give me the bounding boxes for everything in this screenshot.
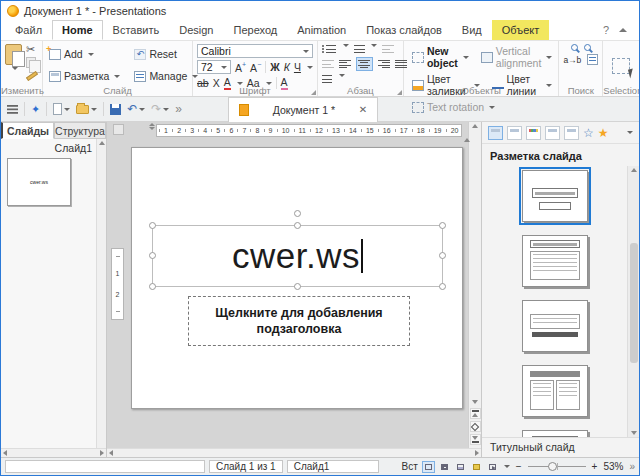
zoom-in-button[interactable]: + xyxy=(592,461,598,472)
zoom-out-button[interactable]: − xyxy=(516,461,522,472)
resize-handle-bottom-right[interactable] xyxy=(439,283,446,290)
layout-list-scrollbar[interactable] xyxy=(627,166,639,437)
tab-slides[interactable]: Слайды xyxy=(1,122,54,139)
resize-handle-top-center[interactable] xyxy=(294,222,301,229)
resize-handle-bottom-center[interactable] xyxy=(294,283,301,290)
zoom-level[interactable]: 53% xyxy=(603,461,623,472)
align-center-button[interactable] xyxy=(356,57,373,71)
slide-canvas[interactable]: cwer.ws Щелкните для добавления подзагол… xyxy=(131,147,463,409)
tab-file[interactable]: Файл xyxy=(5,20,52,40)
slideshow-view-button[interactable] xyxy=(486,461,499,473)
hand-tool-icon[interactable]: ✦ xyxy=(31,103,40,116)
title-textbox[interactable]: cwer.ws xyxy=(152,225,443,287)
previous-slide-button[interactable] xyxy=(470,408,481,419)
panel-dropdown-icon[interactable] xyxy=(627,131,633,134)
tab-transition[interactable]: Переход xyxy=(224,20,288,40)
tab-object[interactable]: Объект xyxy=(492,20,549,40)
bold-button[interactable]: Ж xyxy=(270,61,280,73)
rotation-handle[interactable] xyxy=(294,210,301,217)
underline-button[interactable]: Ч xyxy=(294,61,301,73)
layout-thumb-section-header[interactable] xyxy=(522,300,588,352)
vertical-alignment-button[interactable]: Vertical alignment xyxy=(479,44,555,70)
tab-slideshow[interactable]: Показ слайдов xyxy=(356,20,452,40)
resize-handle-mid-left[interactable] xyxy=(149,252,156,259)
canvas-hscrollbar[interactable] xyxy=(107,448,481,457)
reset-slide-button[interactable]: ↶ Reset xyxy=(132,47,200,61)
resize-handle-top-left[interactable] xyxy=(149,222,156,229)
line-spacing-button[interactable] xyxy=(322,74,345,84)
font-dialog-launcher-icon[interactable] xyxy=(311,90,316,95)
redo-button[interactable]: ↷ xyxy=(151,104,169,114)
resize-handle-mid-right[interactable] xyxy=(439,252,446,259)
tab-insert[interactable]: Вставить xyxy=(103,20,170,40)
indent-button[interactable] xyxy=(382,44,395,54)
paragraph-dialog-launcher-icon[interactable] xyxy=(397,90,402,95)
editor-canvas[interactable]: 1234567891011121314151617181920 1 2 xyxy=(107,122,468,448)
font-family-select[interactable]: Calibri xyxy=(197,44,313,58)
tab-animation[interactable]: Animation xyxy=(287,20,356,40)
insert-mode-indicator[interactable]: Вст xyxy=(401,461,417,472)
document-tab[interactable]: Документ 1 * ✕ xyxy=(228,97,378,122)
slides-panel-hscrollbar[interactable] xyxy=(1,448,106,457)
align-left-button[interactable] xyxy=(339,59,351,69)
favorites-star-icon[interactable]: ☆ xyxy=(583,127,594,139)
italic-button[interactable]: К xyxy=(284,61,290,73)
slideshow-dropdown-icon[interactable] xyxy=(504,465,510,468)
status-overflow-icon[interactable]: » xyxy=(629,461,635,472)
decrease-indent-button[interactable] xyxy=(322,59,334,69)
zoom-slider[interactable] xyxy=(528,466,586,467)
slides-panel-scrollbar[interactable] xyxy=(96,139,106,448)
slide1-thumbnail[interactable]: cwer.ws xyxy=(7,158,71,206)
undo-button[interactable]: ↶ xyxy=(127,104,145,114)
animation-pane-icon[interactable] xyxy=(545,126,560,140)
search-again-icon[interactable] xyxy=(584,44,591,51)
layout-pane-icon[interactable] xyxy=(488,126,503,140)
help-icon[interactable]: ? xyxy=(603,24,609,36)
normal-view-button[interactable] xyxy=(422,461,435,473)
tab-home[interactable]: Home xyxy=(52,20,103,40)
paste-dropdown-icon[interactable] xyxy=(12,67,18,70)
add-pane-icon[interactable] xyxy=(564,126,579,140)
align-right-button[interactable] xyxy=(378,59,390,69)
layout-thumb-title-slide[interactable] xyxy=(522,170,588,222)
save-button[interactable] xyxy=(110,104,121,115)
menu-icon[interactable] xyxy=(7,105,18,114)
grow-font-button[interactable]: A xyxy=(235,61,246,74)
cut-icon[interactable]: ✂ xyxy=(26,44,38,55)
add-slide-button[interactable]: Add xyxy=(47,47,122,61)
close-document-icon[interactable]: ✕ xyxy=(359,104,367,115)
format-painter-icon[interactable] xyxy=(26,71,38,81)
font-size-select[interactable]: 72 xyxy=(197,60,231,74)
collapse-ribbon-icon[interactable] xyxy=(619,28,627,32)
manage-slides-button[interactable]: Manage xyxy=(132,69,200,83)
goto-slide-icon[interactable] xyxy=(587,54,598,65)
layout-thumb-title-content[interactable] xyxy=(522,235,588,287)
resize-handle-top-right[interactable] xyxy=(439,222,446,229)
layout-thumb-two-content[interactable] xyxy=(522,365,588,417)
qat-overflow-icon[interactable]: » xyxy=(175,102,182,116)
browse-object-button[interactable] xyxy=(470,421,481,432)
new-object-button[interactable]: New object xyxy=(410,44,471,70)
layout-thumb-clipped[interactable] xyxy=(522,430,588,437)
bullets-button[interactable] xyxy=(322,44,349,54)
underline-dropdown-icon[interactable] xyxy=(307,66,313,69)
tab-design[interactable]: Design xyxy=(169,20,223,40)
title-text[interactable]: cwer.ws xyxy=(232,236,360,276)
slide-sorter-view-button[interactable] xyxy=(438,461,451,473)
shrink-font-button[interactable]: A xyxy=(250,61,261,74)
search-icon[interactable] xyxy=(571,44,578,51)
open-document-button[interactable] xyxy=(76,105,97,114)
slide-layout-button[interactable]: Разметка xyxy=(47,69,122,83)
numbering-button[interactable] xyxy=(354,44,377,54)
text-rotation-button[interactable]: Text rotation xyxy=(410,100,497,114)
selection-tool-button[interactable] xyxy=(612,58,630,74)
next-slide-button[interactable] xyxy=(470,434,481,445)
transition-pane-icon[interactable] xyxy=(507,126,522,140)
vertical-ruler[interactable]: 1 2 xyxy=(111,248,124,320)
featured-star-icon[interactable]: ★ xyxy=(598,127,609,139)
reading-view-button[interactable] xyxy=(470,461,483,473)
color-scheme-icon[interactable] xyxy=(526,126,541,140)
horizontal-ruler[interactable]: 1234567891011121314151617181920 xyxy=(156,124,462,137)
subtitle-placeholder[interactable]: Щелкните для добавления подзаголовка xyxy=(188,296,410,346)
new-document-button[interactable] xyxy=(53,103,70,115)
